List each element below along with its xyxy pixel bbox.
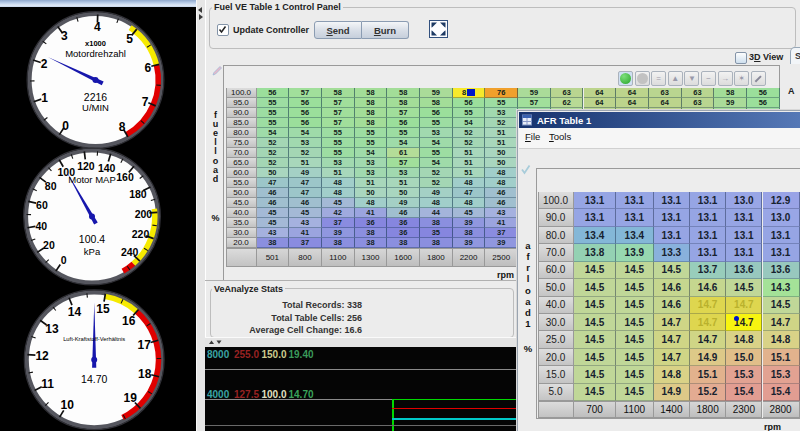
svg-text:x1000: x1000 [85,39,106,48]
svg-text:0: 0 [62,119,69,133]
svg-text:5: 5 [126,32,133,46]
svg-text:10: 10 [61,398,75,412]
svg-text:60: 60 [36,199,48,211]
svg-text:kPa: kPa [84,246,101,257]
svg-text:14.70: 14.70 [81,373,107,385]
svg-text:11: 11 [41,377,54,391]
svg-text:6: 6 [145,61,152,75]
svg-text:200: 200 [135,208,153,220]
svg-text:19: 19 [124,391,138,405]
svg-text:1: 1 [41,91,48,105]
svg-text:18: 18 [138,367,152,381]
svg-text:180: 180 [129,188,147,200]
svg-text:4: 4 [94,20,101,34]
svg-text:80: 80 [45,180,57,192]
svg-text:140: 140 [98,162,116,174]
svg-text:3: 3 [61,29,68,43]
svg-text:U/MIN: U/MIN [82,102,109,113]
svg-text:2: 2 [41,57,48,71]
svg-text:Motordrehzahl: Motordrehzahl [65,48,126,59]
svg-text:12: 12 [35,349,49,363]
svg-text:Motor MAP: Motor MAP [68,174,116,185]
svg-text:100.4: 100.4 [79,233,105,245]
svg-text:0: 0 [61,254,67,266]
svg-text:160: 160 [116,171,134,183]
svg-text:Luft-Kraftstoff-Verhältnis: Luft-Kraftstoff-Verhältnis [63,336,125,342]
svg-text:8: 8 [119,120,126,134]
svg-text:20: 20 [43,239,55,251]
svg-text:240: 240 [121,246,139,258]
svg-text:120: 120 [77,160,95,172]
svg-text:7: 7 [142,95,149,109]
svg-text:220: 220 [132,228,150,240]
svg-text:17: 17 [138,338,152,352]
svg-text:40: 40 [35,220,47,232]
